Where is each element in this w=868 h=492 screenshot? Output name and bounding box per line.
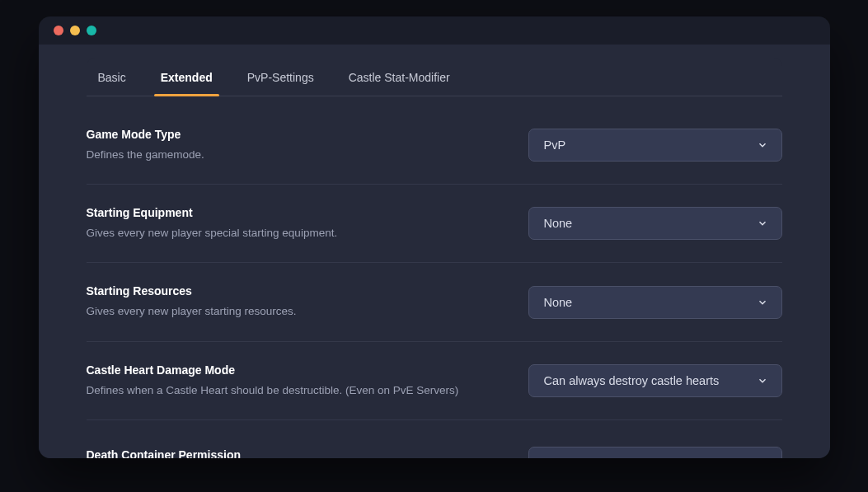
setting-description: Defines when a Castle Heart should be de… — [87, 383, 459, 398]
setting-row-death-container: Death Container Permission Anyone — [87, 420, 782, 458]
chevron-down-icon — [755, 456, 770, 458]
chevron-down-icon — [755, 138, 770, 152]
setting-row-castle-heart: Castle Heart Damage Mode Defines when a … — [87, 342, 782, 420]
chevron-down-icon — [755, 295, 770, 310]
window-zoom-button[interactable] — [87, 26, 96, 35]
setting-row-game-mode: Game Mode Type Defines the gamemode. PvP — [87, 103, 782, 185]
window-titlebar — [39, 16, 830, 45]
setting-description: Gives every new player starting resource… — [87, 304, 297, 319]
tab-castle-stat-modifier[interactable]: Castle Stat-Modifier — [349, 71, 450, 96]
castle-heart-select[interactable]: Can always destroy castle hearts — [528, 364, 782, 397]
tab-extended[interactable]: Extended — [161, 71, 213, 96]
settings-list: Game Mode Type Defines the gamemode. PvP… — [87, 96, 782, 458]
setting-description: Gives every new player special starting … — [87, 226, 338, 241]
setting-title: Game Mode Type — [87, 128, 204, 141]
tab-basic[interactable]: Basic — [98, 71, 126, 96]
select-value: None — [544, 296, 573, 309]
setting-title: Death Container Permission — [87, 448, 242, 458]
select-value: None — [544, 217, 573, 230]
setting-title: Castle Heart Damage Mode — [87, 363, 459, 377]
death-container-select[interactable]: Anyone — [528, 447, 782, 458]
game-mode-select[interactable]: PvP — [528, 129, 782, 162]
window-minimize-button[interactable] — [70, 26, 80, 35]
starting-equipment-select[interactable]: None — [528, 207, 782, 240]
starting-resources-select[interactable]: None — [528, 286, 782, 319]
select-value: PvP — [544, 138, 566, 152]
tab-pvp-settings[interactable]: PvP-Settings — [247, 71, 314, 96]
chevron-down-icon — [755, 216, 770, 231]
window-content: Basic Extended PvP-Settings Castle Stat-… — [39, 45, 830, 458]
window-close-button[interactable] — [54, 26, 63, 35]
setting-row-starting-resources: Starting Resources Gives every new playe… — [87, 263, 782, 341]
setting-title: Starting Resources — [87, 284, 297, 298]
settings-tabs: Basic Extended PvP-Settings Castle Stat-… — [87, 58, 782, 96]
chevron-down-icon — [755, 373, 770, 388]
select-value: Anyone — [544, 457, 584, 458]
select-value: Can always destroy castle hearts — [544, 374, 720, 387]
setting-description: Defines the gamemode. — [87, 148, 204, 162]
setting-row-starting-equipment: Starting Equipment Gives every new playe… — [87, 185, 782, 263]
settings-window: Basic Extended PvP-Settings Castle Stat-… — [39, 16, 830, 458]
setting-title: Starting Equipment — [87, 206, 338, 219]
